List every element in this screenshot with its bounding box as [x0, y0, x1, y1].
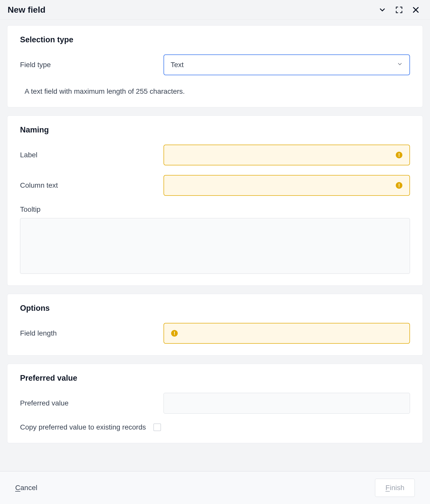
section-title-selection: Selection type — [20, 35, 410, 44]
dialog-footer: Cancel Finish — [0, 471, 430, 504]
section-preferred-value: Preferred value Preferred value Copy pre… — [7, 364, 423, 443]
label-input[interactable]: ! — [164, 145, 410, 165]
dialog-content: Selection type Field type Text A text fi… — [0, 20, 430, 443]
warning-icon: ! — [171, 330, 178, 337]
section-title-preferred: Preferred value — [20, 374, 410, 383]
preferred-value-input[interactable] — [164, 393, 410, 414]
copy-preferred-label: Copy preferred value to existing records — [20, 423, 146, 431]
row-tooltip: Tooltip — [20, 205, 410, 274]
row-field-length: Field length ! — [20, 323, 410, 344]
warning-icon: ! — [396, 152, 402, 158]
finish-button[interactable]: Finish — [375, 479, 415, 497]
close-icon[interactable] — [412, 6, 420, 14]
row-label: Label ! — [20, 145, 410, 165]
chevron-down-icon — [397, 61, 403, 69]
cancel-button[interactable]: Cancel — [15, 484, 37, 492]
preferred-value-label: Preferred value — [20, 399, 164, 407]
tooltip-label: Tooltip — [20, 205, 410, 214]
header-actions — [378, 6, 422, 14]
section-naming: Naming Label ! Column text ! Tooltip — [7, 115, 423, 286]
column-text-label: Column text — [20, 181, 164, 189]
maximize-icon[interactable] — [395, 6, 403, 14]
section-title-options: Options — [20, 304, 410, 313]
dialog-title: New field — [8, 5, 378, 15]
collapse-icon[interactable] — [378, 6, 386, 14]
row-copy-preferred: Copy preferred value to existing records — [20, 423, 410, 431]
field-length-label: Field length — [20, 329, 164, 337]
field-length-input[interactable]: ! — [164, 323, 410, 344]
field-type-select[interactable]: Text — [164, 54, 410, 75]
finish-rest: inish — [390, 484, 404, 492]
warning-icon: ! — [396, 182, 402, 189]
field-type-help: A text field with maximum length of 255 … — [20, 85, 410, 95]
section-options: Options Field length ! — [7, 294, 423, 356]
copy-preferred-checkbox[interactable] — [153, 423, 161, 431]
section-selection-type: Selection type Field type Text A text fi… — [7, 25, 423, 107]
cancel-rest: ancel — [20, 484, 37, 492]
section-title-naming: Naming — [20, 125, 410, 134]
row-preferred-value: Preferred value — [20, 393, 410, 414]
row-field-type: Field type Text — [20, 54, 410, 75]
column-text-input[interactable]: ! — [164, 175, 410, 196]
dialog-header: New field — [0, 0, 430, 20]
label-label: Label — [20, 151, 164, 159]
tooltip-textarea[interactable] — [20, 218, 410, 274]
field-type-label: Field type — [20, 61, 164, 69]
row-column-text: Column text ! — [20, 175, 410, 196]
field-type-value: Text — [171, 61, 184, 69]
